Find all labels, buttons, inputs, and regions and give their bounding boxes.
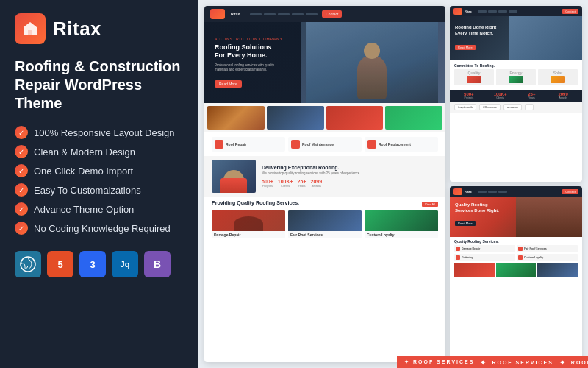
stat-label: Years xyxy=(298,184,306,188)
stat-box: 2099 Awards xyxy=(548,92,578,99)
feature-item: ✓ Easy To Customaizations xyxy=(15,183,184,197)
logo-pill: ~ xyxy=(525,104,534,110)
stat-num: 2099 xyxy=(310,179,322,184)
stat-item: 500+ Projects xyxy=(262,179,273,188)
service-card: Roof Replacement xyxy=(365,137,438,152)
side-hero-title: Roofing Done RightEvery Time Notch. xyxy=(455,25,496,37)
sp2-img-3 xyxy=(537,263,578,277)
hero-worker-img xyxy=(306,22,438,103)
service-card: Roof Repair xyxy=(212,137,285,152)
stat-box-label: Clients xyxy=(486,96,515,99)
wordpress-icon xyxy=(15,251,41,277)
quality-card-label: Custom Loyalty xyxy=(365,231,438,238)
service-label: Roof Maintenance xyxy=(302,142,334,146)
stats-bar: 500+ Projects 100K+ Clients 25+ Years xyxy=(450,90,582,102)
sp2-img-1 xyxy=(454,263,495,277)
side-logo xyxy=(453,8,462,15)
sp2-grid: Damage Repair Fair Roof Services Gutteri… xyxy=(454,245,578,261)
sp2-dot xyxy=(456,255,460,260)
ticker-text: ROOF SERVICES xyxy=(571,360,588,365)
service-label: Roof Replacement xyxy=(379,142,411,146)
side-preview-1: Ritax Contact Roofing Done R xyxy=(450,6,582,182)
stat-item: 2099 Awards xyxy=(310,179,322,188)
about-stats: 500+ Projects 100K+ Clients 25+ Years xyxy=(262,179,438,188)
quality-section: Providing Quality Roofing Services. View… xyxy=(204,197,445,242)
sp2-item: Damage Repair xyxy=(454,245,515,252)
stat-num: 500+ xyxy=(262,179,273,184)
brand-icon xyxy=(15,13,46,44)
sp2-section-title: Quality Roofing Services. xyxy=(454,239,578,244)
right-panel: Ritax Contact xyxy=(198,0,588,368)
side-content: Committed To Roofing. Quality Energy xyxy=(450,60,582,90)
sp2-dot xyxy=(518,255,523,260)
check-icon: ✓ xyxy=(15,222,28,235)
tagline: Roofing & ConstructionRepair WordPress T… xyxy=(15,57,184,113)
side-header-2: Ritax Contact xyxy=(450,186,582,197)
stat-box-label: Years xyxy=(517,96,547,99)
ticker-separator: ✦ xyxy=(559,358,565,367)
feature-item: ✓ One Click Demo Import xyxy=(15,164,184,177)
side-hero-worker-img xyxy=(509,16,582,60)
services-row: Roof Repair Roof Maintenance Roof Replac… xyxy=(212,137,438,152)
side-section-title: Committed To Roofing. xyxy=(454,63,578,68)
stat-box: 25+ Years xyxy=(517,92,547,99)
about-section: Delivering Exceptional Roofing. We provi… xyxy=(204,156,445,197)
sp2-hero-btn[interactable]: Read More xyxy=(455,221,476,226)
strip-image-4 xyxy=(385,106,442,130)
sp2-item-text: Damage Repair xyxy=(462,247,480,250)
html5-icon: 5 xyxy=(47,251,74,277)
bottom-ticker: ✦ ROOF SERVICES ✦ ROOF SERVICES ✦ ROOF S… xyxy=(397,356,588,368)
check-icon: ✓ xyxy=(15,164,28,177)
side-header-1: Ritax Contact xyxy=(450,6,582,16)
about-text: We provide top quality roofing services … xyxy=(262,171,438,176)
left-panel: Ritax Roofing & ConstructionRepair WordP… xyxy=(0,0,198,368)
check-icon: ✓ xyxy=(15,126,28,139)
stat-box-label: Projects xyxy=(454,96,484,99)
tech-icons-bar: 5 3 Jq B xyxy=(15,251,184,277)
logo-pill: #Clutcase xyxy=(479,104,501,110)
brand: Ritax xyxy=(15,13,184,44)
strip-image-3 xyxy=(326,106,384,130)
sp2-img-2 xyxy=(496,263,537,277)
service-card: Roof Maintenance xyxy=(288,137,362,152)
ticker-text: ROOF SERVICES xyxy=(492,360,553,365)
logos-bar: #wpthumb #Clutcase amazon ~ xyxy=(450,102,582,113)
hero-title: Roofing SolutionsFor Every Home. xyxy=(215,43,283,60)
brand-name: Ritax xyxy=(53,18,101,40)
feature-item: ✓ Clean & Modern Design xyxy=(15,145,184,158)
strip-image-1 xyxy=(207,106,265,130)
side-cta-btn-2[interactable]: Contact xyxy=(562,189,578,194)
side-hero-btn[interactable]: Read More xyxy=(455,45,476,50)
sp2-dot xyxy=(518,247,523,251)
preview-cta-btn[interactable]: Contact xyxy=(322,10,342,18)
feature-item: ✓ Advance Theme Option xyxy=(15,202,184,216)
about-content: Delivering Exceptional Roofing. We provi… xyxy=(262,165,438,187)
hero-cta-btn[interactable]: Read More xyxy=(215,80,242,88)
svg-rect-0 xyxy=(28,30,32,35)
side-preview-2-hero: Quality RoofingServices Done Right. Read… xyxy=(450,197,582,237)
preview-header: Ritax Contact xyxy=(204,6,445,22)
stat-num: 100K+ xyxy=(278,179,293,184)
stat-item: 25+ Years xyxy=(298,179,306,188)
logo-pill: amazon xyxy=(503,104,522,110)
side-cta-btn[interactable]: Contact xyxy=(562,9,578,14)
features-list: ✓ 100% Responsive Layout Design ✓ Clean … xyxy=(15,126,184,235)
side-preview-2: Ritax Contact Quality RoofingServices Do… xyxy=(450,186,582,362)
sp2-item: Custom Loyalty xyxy=(517,254,578,261)
check-icon: ✓ xyxy=(15,183,28,197)
stat-label: Projects xyxy=(262,184,273,188)
preview-logo xyxy=(210,9,225,19)
service-icon xyxy=(215,140,223,149)
hero-subtitle: A Construction Company xyxy=(215,37,283,41)
sp2-img-row xyxy=(454,263,578,277)
side-logo-2 xyxy=(453,188,462,195)
sp2-item-text: Custom Loyalty xyxy=(524,256,543,259)
main-preview: Ritax Contact xyxy=(204,6,445,362)
hero-content: A Construction Company Roofing Solutions… xyxy=(215,37,283,89)
check-icon: ✓ xyxy=(15,202,28,216)
side-hero-text: Roofing Done RightEvery Time Notch. Read… xyxy=(455,25,496,52)
quality-card: Fair Roof Services xyxy=(288,210,362,238)
view-all-btn[interactable]: View All xyxy=(422,202,438,207)
ticker-text: ✦ ROOF SERVICES xyxy=(404,359,474,365)
stat-label: Clients xyxy=(278,184,293,188)
